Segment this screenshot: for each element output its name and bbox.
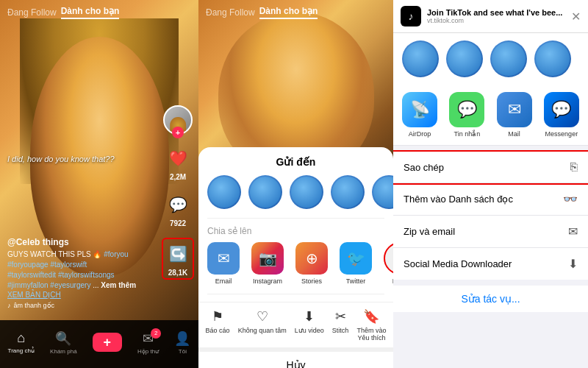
zip-email-action[interactable]: Zip và email ✉ — [393, 216, 588, 248]
p3-airdrop[interactable]: 📡 AirDrop — [399, 92, 440, 138]
share-sheet-panel: Đang Follow Dành cho bạn Gửi đến Chia sẻ… — [198, 0, 393, 368]
see-more[interactable]: Xem thêm — [101, 281, 136, 289]
share-button[interactable]: ↪️ 28,1K — [162, 238, 194, 280]
favorite-action[interactable]: 🔖 Thêm vàoYêu thích — [356, 308, 386, 342]
share-app-instagram[interactable]: 📷 Instagram — [251, 242, 284, 285]
share-title: Gửi đến — [198, 156, 393, 168]
p3-mail[interactable]: ✉ Mail — [494, 92, 535, 138]
twitter-icon: 🐦 — [340, 242, 372, 275]
zip-email-icon: ✉ — [568, 224, 578, 238]
share-contacts-row — [198, 175, 393, 218]
nav-explore[interactable]: 🔍 Khám phá — [50, 330, 76, 355]
tiktok-app-icon: ♪ — [401, 6, 421, 26]
zip-email-label: Zip và email — [404, 226, 455, 237]
mail-label: Mail — [508, 130, 520, 138]
tab-foryou[interactable]: Dành cho bạn — [61, 6, 120, 19]
stories-icon: ⊕ — [295, 242, 328, 275]
like-button[interactable]: ❤️ 2,2M — [165, 145, 191, 181]
copy-label: Sao chép — [404, 162, 444, 173]
p3-action-list: Sao chép ⎘ Thêm vào Danh sách đọc 👓 Zip … — [393, 152, 588, 280]
right-action-bar: + ❤️ 2,2M 💬 7922 ↪️ 28,1K — [162, 105, 194, 280]
email-label: Email — [215, 277, 232, 285]
tab-following[interactable]: Đang Follow — [7, 7, 57, 18]
share-divider — [207, 218, 384, 219]
like-icon: ❤️ — [165, 145, 191, 171]
not-interested-action[interactable]: ♡ Không quan tâm — [238, 308, 287, 342]
edit-actions-button[interactable]: Sửa tác vụ... — [393, 286, 588, 312]
cancel-button[interactable]: Hủy — [198, 347, 393, 368]
airdrop-icon: 📡 — [402, 92, 437, 127]
mail-icon: ✉ — [497, 92, 532, 127]
p3-contact-4[interactable] — [534, 40, 571, 77]
report-action[interactable]: ⚑ Báo cáo — [206, 308, 230, 342]
twitter-label: Twitter — [346, 277, 366, 285]
profile-icon: 👤 — [174, 330, 190, 347]
safari-url-bar: ♪ Join TikTok and see what I've bee... v… — [393, 0, 588, 33]
share-bottom-sheet: Gửi đến Chia sẻ lên ✉ Email 📷 Instagram … — [198, 147, 393, 368]
comment-button[interactable]: 💬 7922 — [165, 191, 191, 227]
p3-contact-1[interactable] — [402, 40, 439, 77]
share-app-stories[interactable]: ⊕ Stories — [295, 242, 328, 285]
p3-app-row: 📡 AirDrop 💬 Tin nhắn ✉ Mail 💬 Messenger — [393, 85, 588, 146]
close-button[interactable]: ✕ — [571, 10, 581, 24]
comment-count: 7922 — [170, 219, 186, 227]
translate-button[interactable]: XEM BẢN DỊCH — [7, 291, 158, 299]
contact-avatar-1[interactable] — [207, 175, 241, 209]
add-icon: + — [93, 333, 122, 352]
save-video-icon: ⬇ — [304, 308, 315, 325]
reading-list-action[interactable]: Thêm vào Danh sách đọc 👓 — [393, 183, 588, 216]
social-downloader-action[interactable]: Social Media Downloader ⬇ — [393, 248, 588, 280]
nav-add[interactable]: + — [93, 333, 122, 352]
social-downloader-label: Social Media Downloader — [404, 258, 512, 269]
p3-contact-2[interactable] — [446, 40, 483, 77]
instagram-label: Instagram — [253, 277, 282, 285]
inbox-badge: 2 — [151, 328, 161, 339]
share-icon: ↪️ — [165, 241, 191, 267]
nav-inbox[interactable]: ✉ 2 Hộp thư — [137, 330, 159, 355]
share-divider-2 — [207, 294, 384, 294]
contact-avatar-5[interactable] — [372, 175, 393, 209]
share-app-email[interactable]: ✉ Email — [207, 242, 240, 285]
contact-avatar-2[interactable] — [248, 175, 282, 209]
p3-messenger[interactable]: 💬 Messenger — [541, 92, 582, 138]
share-apps-row: ✉ Email 📷 Instagram ⊕ Stories 🐦 Twitter … — [198, 242, 393, 294]
tiktok-logo-icon: ♪ — [409, 10, 414, 22]
stitch-action[interactable]: ✂ Stitch — [332, 308, 349, 342]
nav-profile[interactable]: 👤 Tôi — [174, 330, 190, 355]
home-icon: ⌂ — [17, 330, 25, 346]
share-count: 28,1K — [168, 269, 188, 277]
p3-messages[interactable]: 💬 Tin nhắn — [446, 92, 487, 138]
share-app-more[interactable]: ··· Khác — [384, 242, 393, 285]
panel2-tab-following[interactable]: Đang Follow — [206, 7, 255, 18]
panel2-top-bar: Đang Follow Dành cho bạn — [198, 0, 393, 25]
url-text: vt.tiktok.com — [427, 17, 565, 24]
messenger-icon: 💬 — [544, 92, 579, 127]
p3-contact-3[interactable] — [490, 40, 527, 77]
caption-username[interactable]: @Celeb things — [7, 237, 158, 247]
ios-share-panel: ♪ Join TikTok and see what I've bee... v… — [393, 0, 588, 368]
video-caption: @Celeb things GUYS WATCH THIS PLS 🔥 #for… — [7, 237, 158, 309]
copy-action[interactable]: Sao chép ⎘ — [393, 152, 588, 183]
stories-label: Stories — [301, 277, 322, 285]
messenger-label: Messenger — [545, 130, 578, 138]
panel2-tab-foryou[interactable]: Dành cho bạn — [259, 6, 318, 19]
tiktok-feed-panel: Đang Follow Dành cho bạn I did, how do y… — [0, 0, 198, 368]
share-app-twitter[interactable]: 🐦 Twitter — [340, 242, 372, 285]
messages-label: Tin nhắn — [454, 130, 481, 138]
explore-icon: 🔍 — [55, 330, 71, 347]
save-video-action[interactable]: ⬇ Lưu video — [295, 308, 324, 342]
nav-home[interactable]: ⌂ Trang chủ — [8, 330, 35, 354]
report-icon: ⚑ — [212, 308, 223, 325]
contact-avatar-3[interactable] — [290, 175, 323, 209]
copy-icon: ⎘ — [570, 160, 578, 174]
url-info: Join TikTok and see what I've bee... vt.… — [427, 8, 565, 24]
not-interested-icon: ♡ — [257, 308, 268, 325]
url-title: Join TikTok and see what I've bee... — [427, 8, 565, 17]
contact-avatar-4[interactable] — [331, 175, 365, 209]
like-count: 2,2M — [170, 173, 186, 181]
top-bar: Đang Follow Dành cho bạn — [0, 0, 198, 25]
stitch-icon: ✂ — [335, 308, 346, 325]
video-quote: I did, how do you know that?? — [7, 155, 158, 163]
avatar-container[interactable]: + — [163, 105, 193, 135]
instagram-icon: 📷 — [251, 242, 284, 275]
